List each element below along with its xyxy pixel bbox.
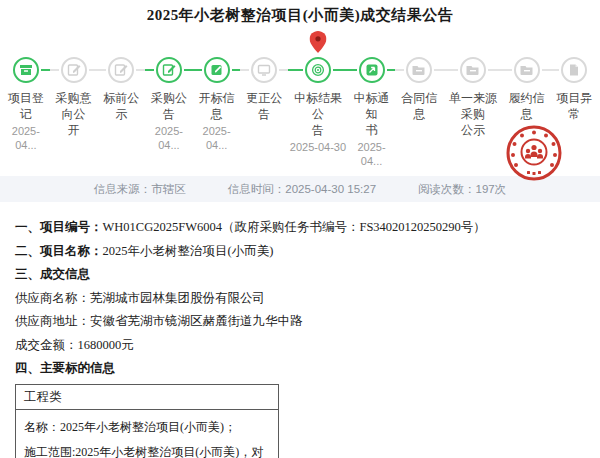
deal-info-heading: 三、成交信息	[15, 263, 585, 287]
folder-icon	[460, 57, 486, 83]
monitor-icon	[251, 57, 277, 83]
official-seal	[505, 124, 563, 186]
step-label: 中标结果公 告	[288, 90, 348, 138]
supplier-name-line: 供应商名称：芜湖城市园林集团股份有限公司	[15, 287, 585, 311]
folder-icon	[406, 57, 432, 83]
timeline-step-award-result[interactable]: 中标结果公 告 2025-04-30	[288, 57, 348, 154]
step-label: 履约信 息	[509, 90, 545, 122]
deal-amount-line: 成交金额：1680000元	[15, 334, 585, 358]
subject-table-header: 工程类	[16, 385, 278, 410]
info-time-label: 信息时间：	[228, 183, 286, 195]
step-label: 标前公 示	[103, 90, 139, 122]
notice-document-icon	[359, 57, 385, 83]
timeline-step-project-abnormal[interactable]: 项目异 常	[550, 57, 598, 124]
timeline-step-award-notice[interactable]: 中标通知 书 2025-04...	[348, 57, 396, 168]
table-row-name: 名称：2025年小老树整治项目(小而美)；	[24, 415, 270, 440]
timeline-step-procurement-intent[interactable]: 采购意向公 开	[50, 57, 98, 140]
project-number-value: WH01CG2025FW6004（政府采购任务书编号：FS34020120250…	[103, 220, 486, 234]
supplier-address-line: 供应商地址：安徽省芜湖市镜湖区赭麓街道九华中路	[15, 310, 585, 334]
subject-table-body: 名称：2025年小老树整治项目(小而美)； 施工范围:2025年小老树整治项目(…	[16, 410, 278, 458]
timeline-step-procurement-announcement[interactable]: 采购公告 2025-04...	[145, 57, 193, 152]
info-source: 信息来源：市辖区	[94, 182, 186, 197]
info-time: 信息时间：2025-04-30 15:27	[228, 182, 376, 197]
subject-info-heading: 四、主要标的信息	[15, 357, 585, 381]
step-date: 2025-04-30	[290, 140, 346, 154]
info-views-value: 197次	[476, 183, 507, 195]
info-views-label: 阅读次数：	[418, 183, 476, 195]
timeline-step-project-registration[interactable]: 项目登记 2025-04...	[2, 57, 50, 152]
step-label: 更正公 告	[246, 90, 282, 122]
step-label: 中标通知 书	[348, 90, 396, 138]
project-number-label: 一、项目编号：	[15, 220, 103, 234]
info-views: 阅读次数：197次	[418, 182, 506, 197]
document-icon	[561, 57, 587, 83]
project-number-line: 一、项目编号：WH01CG2025FW6004（政府采购任务书编号：FS3402…	[15, 216, 585, 240]
step-label: 单一来源采购 公示	[443, 90, 503, 138]
timeline-step-performance-info[interactable]: 履约信 息	[503, 57, 551, 124]
step-label: 采购意向公 开	[50, 90, 98, 138]
announcement-body: 一、项目编号：WH01CG2025FW6004（政府采购任务书编号：FS3402…	[0, 202, 600, 458]
project-name-label: 二、项目名称：	[15, 244, 103, 258]
step-label: 合同信 息	[401, 90, 437, 122]
target-icon	[305, 57, 331, 83]
info-time-value: 2025-04-30 15:27	[285, 183, 376, 195]
timeline-step-correction[interactable]: 更正公 告	[240, 57, 288, 124]
edit-document-icon	[204, 57, 230, 83]
step-label: 项目异 常	[556, 90, 592, 122]
step-date: 2025-04...	[2, 124, 50, 152]
edit-document-icon	[108, 57, 134, 83]
project-name-line: 二、项目名称：2025年小老树整治项目(小而美)	[15, 240, 585, 264]
step-label: 项目登记	[2, 90, 50, 122]
timeline-step-single-source[interactable]: 单一来源采购 公示	[443, 57, 503, 140]
archive-box-icon	[13, 57, 39, 83]
edit-document-icon	[61, 57, 87, 83]
current-step-pin-icon	[309, 31, 326, 57]
project-name-value: 2025年小老树整治项目(小而美)	[103, 244, 274, 258]
timeline-step-bid-opening[interactable]: 开标信息 2025-04...	[193, 57, 241, 152]
table-row-scope: 施工范围:2025年小老树整治项目(小而美)，对中江大道、长江南路、北京中路、峨…	[24, 440, 270, 458]
subject-info-table: 工程类 名称：2025年小老树整治项目(小而美)； 施工范围:2025年小老树整…	[15, 384, 279, 458]
step-date: 2025-04...	[145, 124, 193, 152]
step-date: 2025-04...	[348, 140, 396, 168]
page-title: 2025年小老树整治项目(小而美)成交结果公告	[0, 0, 600, 25]
folder-icon	[514, 57, 540, 83]
step-label: 开标信息	[193, 90, 241, 122]
timeline-step-prebid-publicity[interactable]: 标前公 示	[97, 57, 145, 124]
step-label: 采购公告	[145, 90, 193, 122]
timeline-step-contract-info[interactable]: 合同信 息	[395, 57, 443, 124]
info-source-value: 市辖区	[151, 183, 186, 195]
step-date: 2025-04...	[193, 124, 241, 152]
edit-document-icon	[156, 57, 182, 83]
info-source-label: 信息来源：	[94, 183, 152, 195]
